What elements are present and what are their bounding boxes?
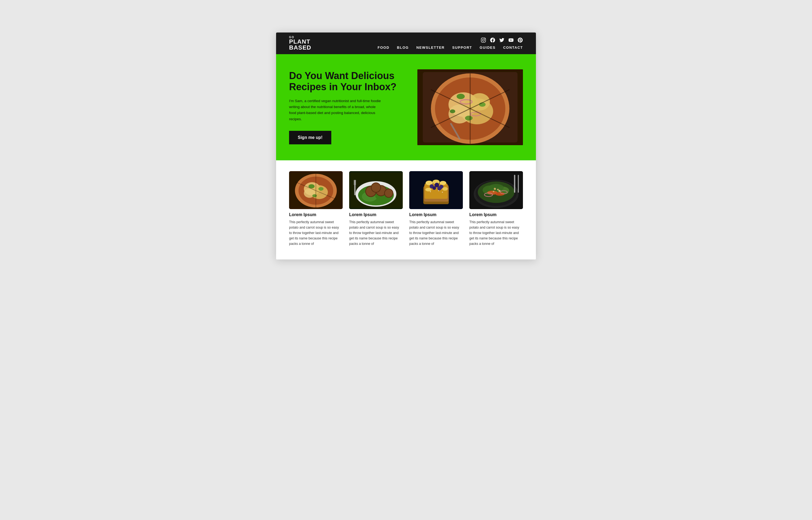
- nav-item-blog[interactable]: BLOG: [397, 46, 409, 50]
- card-4-desc: This perfectly autumnal sweet potato and…: [469, 219, 523, 246]
- nav-item-newsletter[interactable]: NEWSLETTER: [416, 46, 445, 50]
- svg-point-61: [438, 190, 439, 191]
- svg-point-77: [498, 190, 501, 192]
- card-4: Lorem Ipsum This perfectly autumnal swee…: [469, 171, 523, 246]
- card-2: Lorem Ipsum This perfectly autumnal swee…: [349, 171, 403, 246]
- svg-point-39: [372, 183, 380, 192]
- social-icons: [481, 37, 523, 43]
- svg-point-59: [442, 187, 448, 191]
- nav-item-support[interactable]: SUPPORT: [452, 46, 472, 50]
- svg-rect-44: [355, 180, 355, 185]
- card-3-image: [409, 171, 463, 209]
- logo-plant: PLANT: [289, 39, 311, 45]
- nav-item-guides[interactable]: GUIDES: [480, 46, 496, 50]
- svg-point-76: [493, 191, 495, 192]
- svg-point-57: [438, 186, 442, 190]
- card-2-title: Lorem Ipsum: [349, 212, 403, 217]
- svg-point-58: [425, 188, 431, 191]
- card-3-desc: This perfectly autumnal sweet potato and…: [409, 219, 463, 246]
- svg-point-56: [432, 186, 436, 190]
- pinterest-icon[interactable]: [517, 37, 523, 43]
- svg-point-69: [488, 184, 504, 191]
- svg-point-52: [440, 181, 446, 185]
- youtube-icon[interactable]: [508, 37, 514, 43]
- svg-point-41: [385, 189, 392, 197]
- hero-description: I'm Sam, a certified vegan nutritionist …: [289, 98, 381, 122]
- card-2-image: [349, 171, 403, 209]
- svg-rect-79: [518, 175, 519, 192]
- instagram-icon[interactable]: [481, 37, 486, 43]
- svg-point-10: [457, 94, 465, 99]
- hero-image: [417, 69, 523, 145]
- site-header: Go PLANT BASED: [276, 32, 536, 54]
- svg-point-74: [494, 188, 496, 190]
- card-3: Lorem Ipsum This perfectly autumnal swee…: [409, 171, 463, 246]
- card-3-title: Lorem Ipsum: [409, 212, 463, 217]
- twitter-icon[interactable]: [499, 37, 505, 43]
- svg-point-75: [497, 189, 499, 190]
- signup-button[interactable]: Sign me up!: [289, 131, 331, 145]
- card-4-title: Lorem Ipsum: [469, 212, 523, 217]
- card-2-desc: This perfectly autumnal sweet potato and…: [349, 219, 403, 246]
- svg-point-13: [450, 109, 455, 113]
- site-logo[interactable]: Go PLANT BASED: [289, 36, 311, 51]
- nav-item-contact[interactable]: CONTACT: [503, 46, 523, 50]
- logo-based: BASED: [289, 45, 311, 51]
- facebook-icon[interactable]: [490, 37, 495, 43]
- card-1-desc: This perfectly autumnal sweet potato and…: [289, 219, 343, 246]
- cards-section: Lorem Ipsum This perfectly autumnal swee…: [276, 160, 536, 259]
- hero-section: Do You Want Delicious Recipes in Your In…: [276, 54, 536, 160]
- svg-rect-78: [514, 175, 515, 192]
- card-1: Lorem Ipsum This perfectly autumnal swee…: [289, 171, 343, 246]
- card-1-title: Lorem Ipsum: [289, 212, 343, 217]
- hero-title: Do You Want Delicious Recipes in Your In…: [289, 70, 397, 93]
- card-4-image: [469, 171, 523, 209]
- nav-item-food[interactable]: FOOD: [377, 46, 390, 50]
- svg-point-62: [442, 192, 443, 193]
- svg-point-60: [430, 191, 431, 192]
- header-right: FOOD BLOG NEWSLETTER SUPPORT GUIDES CONT…: [377, 37, 523, 50]
- browser-window: Go PLANT BASED: [276, 32, 536, 259]
- hero-content: Do You Want Delicious Recipes in Your In…: [289, 70, 397, 145]
- card-1-image: [289, 171, 343, 209]
- svg-rect-45: [356, 180, 356, 185]
- main-nav: FOOD BLOG NEWSLETTER SUPPORT GUIDES CONT…: [377, 46, 523, 50]
- svg-point-26: [312, 194, 317, 197]
- svg-point-25: [318, 187, 324, 191]
- svg-point-12: [465, 115, 473, 121]
